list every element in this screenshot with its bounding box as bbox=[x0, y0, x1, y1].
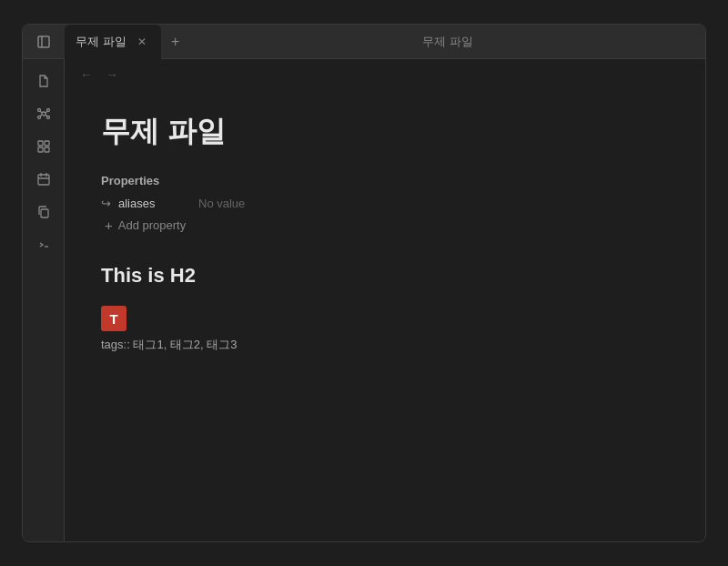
add-property-plus-icon: + bbox=[105, 217, 113, 233]
svg-line-8 bbox=[46, 111, 47, 113]
svg-rect-0 bbox=[38, 36, 49, 47]
active-tab[interactable]: 무제 파일 ✕ bbox=[65, 25, 161, 59]
type-icon-wrapper: T bbox=[101, 306, 126, 331]
svg-line-7 bbox=[40, 111, 42, 113]
back-button[interactable]: ← bbox=[76, 64, 97, 86]
h2-heading: This is H2 bbox=[101, 264, 669, 288]
add-property-button[interactable]: + Add property bbox=[101, 216, 669, 235]
sidebar-item-calendar[interactable] bbox=[29, 165, 58, 194]
tab-close-button[interactable]: ✕ bbox=[134, 34, 150, 50]
sidebar-item-terminal[interactable] bbox=[29, 230, 58, 259]
svg-point-2 bbox=[42, 112, 46, 116]
svg-rect-15 bbox=[38, 175, 49, 185]
content-area: ← → 무제 파일 Properties ↪ aliases No value … bbox=[65, 59, 705, 541]
properties-section: Properties ↪ aliases No value + Add prop… bbox=[101, 174, 669, 235]
type-icon: T bbox=[101, 306, 126, 331]
new-tab-button[interactable]: + bbox=[161, 25, 190, 59]
add-property-label: Add property bbox=[118, 218, 186, 232]
aliases-value: No value bbox=[198, 197, 245, 210]
forward-button[interactable]: → bbox=[101, 64, 123, 86]
sidebar-item-graph[interactable] bbox=[29, 99, 58, 128]
svg-point-3 bbox=[37, 109, 40, 112]
properties-heading: Properties bbox=[101, 174, 669, 187]
property-aliases-row: ↪ aliases No value bbox=[101, 197, 669, 210]
window-title: 무제 파일 bbox=[190, 34, 705, 50]
sidebar-item-files[interactable] bbox=[29, 66, 58, 96]
svg-point-4 bbox=[46, 109, 49, 112]
aliases-label: aliases bbox=[118, 197, 191, 210]
tab-label: 무제 파일 bbox=[76, 34, 126, 50]
nav-bar: ← → bbox=[65, 59, 705, 90]
title-bar: 무제 파일 ✕ + 무제 파일 bbox=[23, 25, 705, 59]
main-layout: ← → 무제 파일 Properties ↪ aliases No value … bbox=[23, 59, 705, 541]
svg-rect-12 bbox=[45, 141, 49, 146]
app-window: 무제 파일 ✕ + 무제 파일 bbox=[22, 24, 706, 542]
svg-rect-13 bbox=[38, 147, 43, 152]
svg-rect-11 bbox=[38, 141, 43, 146]
svg-point-5 bbox=[37, 116, 40, 119]
svg-point-6 bbox=[46, 116, 49, 119]
sidebar-item-blocks[interactable] bbox=[29, 132, 58, 161]
sidebar-toggle-button[interactable] bbox=[23, 25, 65, 59]
svg-rect-19 bbox=[41, 209, 48, 217]
aliases-arrow-icon: ↪ bbox=[101, 197, 111, 210]
tags-line: tags:: 태그1, 태그2, 태그3 bbox=[101, 337, 669, 353]
svg-line-9 bbox=[40, 115, 42, 116]
svg-rect-14 bbox=[45, 147, 49, 152]
sidebar bbox=[23, 59, 65, 541]
page-content: 무제 파일 Properties ↪ aliases No value + Ad… bbox=[65, 90, 705, 541]
svg-line-10 bbox=[46, 115, 47, 116]
page-title: 무제 파일 bbox=[101, 112, 669, 152]
sidebar-item-copy[interactable] bbox=[29, 197, 58, 227]
